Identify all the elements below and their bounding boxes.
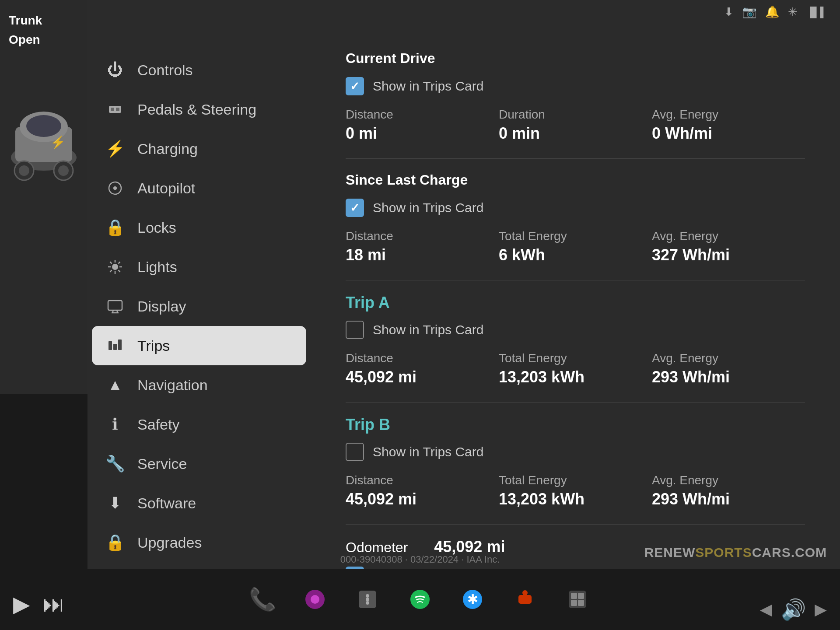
trips-icon <box>105 336 125 356</box>
sidebar-label-software: Software <box>137 495 196 512</box>
sidebar-item-safety[interactable]: ℹ Safety <box>88 405 311 444</box>
trip-b-checkbox[interactable] <box>346 443 364 461</box>
sidebar-label-navigation: Navigation <box>137 377 208 394</box>
since-last-charge-checkbox[interactable] <box>346 199 364 217</box>
sidebar-item-software[interactable]: ⬇ Software <box>88 483 311 523</box>
svg-rect-41 <box>524 593 526 597</box>
sidebar-label-autopilot: Autopilot <box>137 180 195 197</box>
odometer-label: Odometer <box>346 539 408 556</box>
trip-b-show-trips-row: Show in Trips Card <box>346 443 805 461</box>
sidebar-item-trips[interactable]: Trips <box>92 326 306 365</box>
sidebar-item-display[interactable]: Display <box>88 287 311 326</box>
sidebar-item-navigation[interactable]: ▲ Navigation <box>88 365 311 405</box>
service-icon: 🔧 <box>105 454 125 474</box>
sidebar-item-pedals[interactable]: Pedals & Steering <box>88 90 311 129</box>
upgrades-icon: 🔒 <box>105 532 125 553</box>
svg-point-13 <box>113 186 117 190</box>
trip-b-avg-energy: Avg. Energy 293 Wh/mi <box>652 473 805 508</box>
sidebar-item-controls[interactable]: ⏻ Controls <box>88 50 311 90</box>
current-drive-avg-energy-label: Avg. Energy <box>652 108 805 122</box>
taskbar-phone[interactable]: 📞 <box>245 582 280 617</box>
current-drive-avg-energy: Avg. Energy 0 Wh/mi <box>652 108 805 143</box>
svg-rect-46 <box>578 600 584 606</box>
trip-a-title: Trip A <box>346 294 805 312</box>
bluetooth-icon: ✳ <box>788 5 798 19</box>
download-icon: ⬇ <box>724 5 734 19</box>
slc-avg-energy-label: Avg. Energy <box>652 229 805 243</box>
current-drive-stats: Distance 0 mi Duration 0 min Avg. Energy… <box>346 108 805 143</box>
since-last-charge-stats: Distance 18 mi Total Energy 6 kWh Avg. E… <box>346 229 805 264</box>
nav-right-button[interactable]: ▶ <box>815 600 827 619</box>
sidebar-label-charging: Charging <box>137 140 198 158</box>
top-status-bar: ⬇ 📷 🔔 ✳ ▐▌▌ <box>88 0 840 24</box>
sidebar-label-upgrades: Upgrades <box>137 534 202 551</box>
sidebar-label-lights: Lights <box>137 259 177 276</box>
renew-watermark: RENEWSPORTSCARS.COM <box>644 545 827 560</box>
sidebar-item-autopilot[interactable]: Autopilot <box>88 168 311 208</box>
since-last-charge-section: Since Last Charge Show in Trips Card Dis… <box>346 172 805 264</box>
taskbar: ▶ ⏭ 📞 ✱ <box>0 569 840 630</box>
sidebar-label-locks: Locks <box>137 219 176 236</box>
since-last-charge-show-trips-label: Show in Trips Card <box>373 200 483 215</box>
trip-a-show-trips-label: Show in Trips Card <box>373 322 483 337</box>
trip-b-total-energy: Total Energy 13,203 kWh <box>499 473 652 508</box>
next-button[interactable]: ⏭ <box>43 592 65 617</box>
svg-line-22 <box>110 270 112 272</box>
sidebar-item-upgrades[interactable]: 🔒 Upgrades <box>88 523 311 562</box>
trip-a-checkbox[interactable] <box>346 321 364 339</box>
trip-b-avg-energy-label: Avg. Energy <box>652 473 805 487</box>
svg-rect-23 <box>108 301 122 310</box>
sidebar-label-pedals: Pedals & Steering <box>137 101 256 118</box>
svg-point-3 <box>26 115 61 137</box>
sidebar-item-lights[interactable]: Lights <box>88 247 311 287</box>
svg-point-14 <box>112 264 118 270</box>
trip-a-section: Trip A Show in Trips Card Distance 45,09… <box>346 294 805 386</box>
sidebar-item-service[interactable]: 🔧 Service <box>88 444 311 483</box>
main-screen: ⏻ Controls Pedals & Steering ⚡ Charging <box>88 0 840 586</box>
taskbar-more[interactable] <box>350 582 385 617</box>
trip-b-distance-label: Distance <box>346 473 499 487</box>
sidebar-item-charging[interactable]: ⚡ Charging <box>88 129 311 168</box>
trip-b-title: Trip B <box>346 416 805 434</box>
nav-left-button[interactable]: ◀ <box>760 600 772 619</box>
trip-b-total-energy-value: 13,203 kWh <box>499 490 652 508</box>
svg-text:⚡: ⚡ <box>50 135 66 150</box>
camera-icon: 📷 <box>742 5 756 19</box>
play-button[interactable]: ▶ <box>13 592 30 617</box>
current-drive-distance-value: 0 mi <box>346 124 499 143</box>
svg-point-31 <box>311 595 319 604</box>
sports-text: SPORTS <box>695 545 752 560</box>
sidebar-item-locks[interactable]: 🔒 Locks <box>88 208 311 247</box>
volume-icon: 🔊 <box>781 598 806 621</box>
renew-text: RENEW <box>644 545 696 560</box>
trip-a-distance-value: 45,092 mi <box>346 368 499 386</box>
taskbar-spotify[interactable] <box>402 582 438 617</box>
taskbar-media[interactable] <box>560 582 595 617</box>
slc-total-energy: Total Energy 6 kWh <box>499 229 652 264</box>
pedals-icon <box>105 99 125 119</box>
current-drive-checkbox[interactable] <box>346 77 364 95</box>
since-last-charge-title: Since Last Charge <box>346 172 805 188</box>
taskbar-camera[interactable] <box>298 582 332 617</box>
svg-point-33 <box>366 594 369 598</box>
svg-rect-43 <box>571 593 577 599</box>
safety-icon: ℹ <box>105 414 125 434</box>
svg-rect-27 <box>108 341 112 350</box>
current-drive-duration: Duration 0 min <box>499 108 652 143</box>
navigation-icon: ▲ <box>105 375 125 395</box>
svg-rect-11 <box>116 108 119 111</box>
slc-distance: Distance 18 mi <box>346 229 499 264</box>
since-last-charge-show-trips-row: Show in Trips Card <box>346 199 805 217</box>
trip-b-distance-value: 45,092 mi <box>346 490 499 508</box>
current-drive-duration-value: 0 min <box>499 124 652 143</box>
taskbar-joystick[interactable] <box>508 582 542 617</box>
taskbar-bluetooth[interactable]: ✱ <box>455 582 490 617</box>
trip-a-total-energy: Total Energy 13,203 kWh <box>499 351 652 386</box>
trip-a-total-energy-label: Total Energy <box>499 351 652 365</box>
autopilot-icon <box>105 178 125 198</box>
trip-a-avg-energy-value: 293 Wh/mi <box>652 368 805 386</box>
media-controls: ▶ ⏭ <box>13 592 65 617</box>
footer-text: 000-39040308 · 03/22/2024 · IAA Inc. <box>340 554 500 565</box>
slc-avg-energy-value: 327 Wh/mi <box>652 246 805 264</box>
current-drive-show-trips-row: Show in Trips Card <box>346 77 805 95</box>
